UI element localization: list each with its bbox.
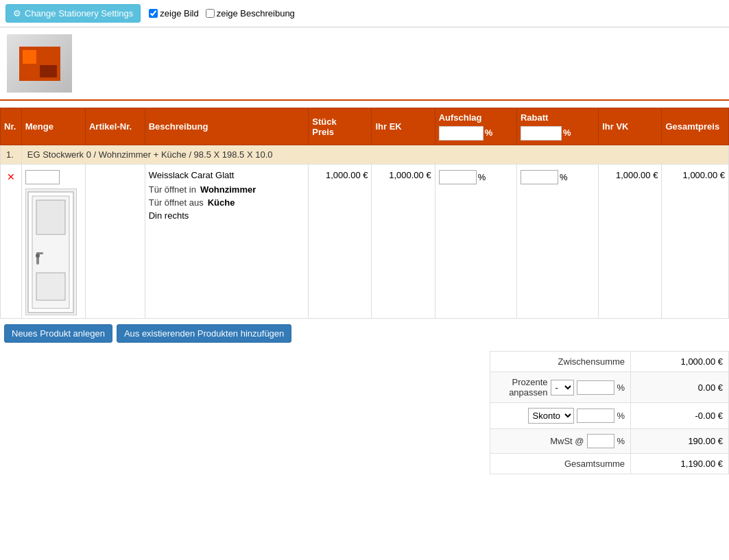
svg-point-5 <box>36 254 40 258</box>
ihr-ek-cell: 1,000.00 € <box>372 165 435 319</box>
desc-line2: Tür öffnet aus Küche <box>149 197 305 208</box>
group-description: EG Stockwerk 0 / Wohnzimmer + Küche / 98… <box>21 145 728 165</box>
rabatt-cell: % <box>516 165 598 319</box>
skonto-row: Skonto Rabatt 0.00 % -0.00 € <box>0 403 729 429</box>
mwst-label-cell: MwSt @ 19 % <box>490 429 630 454</box>
gesamtpreis-cell: 1,000.00 € <box>662 165 729 319</box>
stueck-preis-value: 1,000.00 € <box>326 170 368 180</box>
skonto-value: -0.00 € <box>631 403 729 429</box>
rabatt-input[interactable] <box>521 170 558 184</box>
product-table: Nr. Menge Artikel-Nr. Beschreibung Stück… <box>0 108 729 319</box>
delete-button[interactable]: ✕ <box>5 170 16 184</box>
group-row: 1. EG Stockwerk 0 / Wohnzimmer + Küche /… <box>1 145 729 165</box>
aufschlag-cell: % <box>435 165 516 319</box>
col-ihr-vk: Ihr VK <box>599 108 662 145</box>
ihr-ek-value: 1,000.00 € <box>389 170 431 180</box>
col-aufschlag: Aufschlag % <box>435 108 516 145</box>
artikel-nr-cell <box>85 165 145 319</box>
desc-line3: Din rechts <box>149 210 305 221</box>
mwst-percent-label: % <box>617 436 625 446</box>
prozente-value: 0.00 € <box>631 372 729 403</box>
change-stationery-button[interactable]: ⚙ Change Stationery Settings <box>5 4 141 23</box>
ihr-vk-value: 1,000.00 € <box>616 170 658 180</box>
zeige-bild-text: zeige Bild <box>160 8 198 19</box>
zwischensumme-label: Zwischensumme <box>490 352 630 372</box>
prozente-anpassen-text: Prozente anpassen <box>496 377 548 398</box>
zwischensumme-value: 1,000.00 € <box>631 352 729 372</box>
table-row: ✕ 1 <box>1 165 729 319</box>
prozente-input[interactable] <box>577 380 614 395</box>
prozente-row: Prozente anpassen - + % 0.00 € <box>0 372 729 403</box>
col-gesamtpreis: Gesamtpreis <box>662 108 729 145</box>
change-stationery-label: Change Stationery Settings <box>25 8 133 19</box>
logo-area <box>0 27 729 99</box>
header-bar: ⚙ Change Stationery Settings zeige Bild … <box>0 0 729 27</box>
ihr-vk-cell: 1,000.00 € <box>599 165 662 319</box>
svg-rect-2 <box>36 200 65 234</box>
aus-existierenden-button[interactable]: Aus existierenden Produkten hinzufügen <box>117 324 291 343</box>
skonto-input[interactable]: 0.00 <box>577 409 614 423</box>
summary-table: Zwischensumme 1,000.00 € Prozente anpass… <box>0 351 729 474</box>
gesamtsumme-row: Gesamtsumme 1,190.00 € <box>0 454 729 474</box>
zeige-beschreibung-checkbox[interactable] <box>206 9 215 18</box>
quantity-input[interactable]: 1 <box>25 170 60 184</box>
mwst-input[interactable]: 19 <box>587 434 614 448</box>
col-rabatt: Rabatt % <box>516 108 598 145</box>
prozente-percent-label: % <box>617 382 625 393</box>
prozente-select[interactable]: - + <box>551 380 574 395</box>
mwst-label-text: MwSt @ <box>550 436 584 446</box>
door-svg <box>27 191 75 314</box>
stueck-preis-cell: 1,000.00 € <box>309 165 372 319</box>
gesamtpreis-value: 1,000.00 € <box>683 170 725 180</box>
col-beschreibung: Beschreibung <box>145 108 309 145</box>
zeige-beschreibung-text: zeige Beschreibung <box>217 8 295 19</box>
desc-line1: Tür öffnet in Wohnzimmer <box>149 184 305 195</box>
zeige-bild-label[interactable]: zeige Bild <box>149 8 198 19</box>
divider <box>0 99 729 101</box>
gear-icon: ⚙ <box>13 8 21 19</box>
description-cell: Weisslack Carat Glatt Tür öffnet in Wohn… <box>145 165 309 319</box>
prozente-label: Prozente anpassen - + % <box>490 372 630 403</box>
logo-image <box>7 34 72 93</box>
action-buttons-area: Neues Produkt anlegen Aus existierenden … <box>0 319 729 348</box>
desc-title: Weisslack Carat Glatt <box>149 170 305 180</box>
skonto-label-cell: Skonto Rabatt 0.00 % <box>490 403 630 429</box>
aufschlag-header-input[interactable] <box>439 126 483 141</box>
col-stueck-preis: Stück Preis <box>309 108 372 145</box>
mwst-value: 190.00 € <box>631 429 729 454</box>
table-header-row: Nr. Menge Artikel-Nr. Beschreibung Stück… <box>1 108 729 145</box>
skonto-select[interactable]: Skonto Rabatt <box>528 408 574 424</box>
delete-cell: ✕ <box>1 165 22 319</box>
zeige-beschreibung-label[interactable]: zeige Beschreibung <box>206 8 295 19</box>
gesamtsumme-value: 1,190.00 € <box>631 454 729 474</box>
rabatt-header-input[interactable] <box>521 126 562 141</box>
zeige-bild-checkbox[interactable] <box>149 9 158 18</box>
gesamtsumme-label: Gesamtsumme <box>490 454 630 474</box>
skonto-percent-label: % <box>617 411 625 421</box>
aufschlag-input[interactable] <box>439 170 477 184</box>
col-nr: Nr. <box>1 108 22 145</box>
col-menge: Menge <box>21 108 85 145</box>
svg-rect-6 <box>36 273 65 300</box>
group-nr: 1. <box>1 145 22 165</box>
zwischensumme-row: Zwischensumme 1,000.00 € <box>0 352 729 372</box>
qty-cell: 1 <box>21 165 85 319</box>
col-ihr-ek: Ihr EK <box>372 108 435 145</box>
col-artikel-nr: Artikel-Nr. <box>85 108 145 145</box>
mwst-row: MwSt @ 19 % 190.00 € <box>0 429 729 454</box>
door-image <box>25 188 77 315</box>
neues-produkt-button[interactable]: Neues Produkt anlegen <box>4 324 112 343</box>
checkbox-group: zeige Bild zeige Beschreibung <box>149 8 295 19</box>
